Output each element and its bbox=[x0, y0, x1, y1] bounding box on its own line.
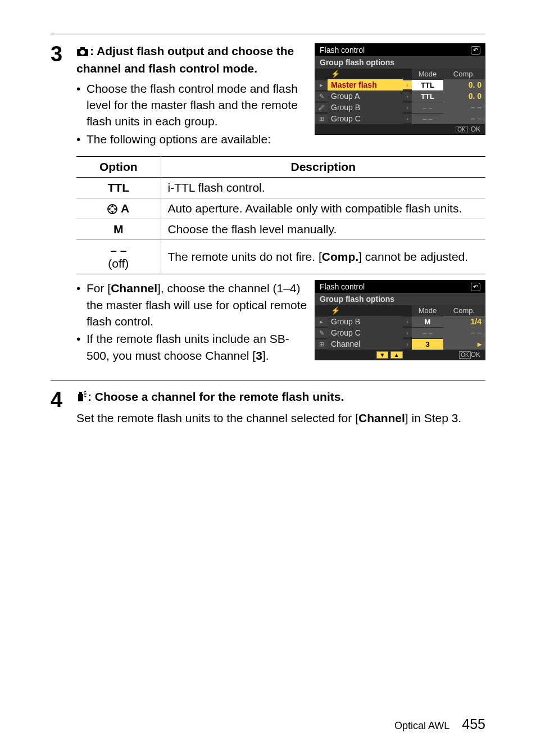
menu2-row-c: ✎ Group C › – – – – bbox=[315, 327, 485, 338]
menu2-ok: OK bbox=[471, 351, 480, 359]
chevron-icon: › bbox=[403, 317, 412, 326]
menu2-footer: ▼ ▲ OKOK bbox=[315, 350, 485, 360]
ok-icon: OK bbox=[456, 126, 467, 133]
step3-container: 3 : Adjust flash output and choose the c… bbox=[51, 43, 485, 152]
menu2-box: Flash control ↶ Group flash options ⚡ Mo… bbox=[315, 280, 485, 360]
aperture-icon bbox=[107, 202, 121, 215]
options-row-off: – – (off) The remote units do not fire. … bbox=[76, 240, 485, 274]
menu2-r2-mode: 3 bbox=[412, 339, 443, 350]
up-icon: ▲ bbox=[390, 351, 403, 359]
menu1-r3-comp: – – bbox=[443, 113, 485, 124]
menu1-r1-comp: 0. 0 bbox=[443, 90, 485, 102]
svg-rect-1 bbox=[80, 47, 85, 49]
menu1-flash-icon: ⚡ bbox=[328, 69, 403, 79]
menu2-row-channel: ⊞ Channel › 3 ▸ bbox=[315, 338, 485, 350]
menu-side-icon: ⊞ bbox=[315, 339, 328, 349]
menu1-footer: OKOK bbox=[315, 124, 485, 134]
menu1-row-master: ▸ Master flash › TTL 0. 0 bbox=[315, 79, 485, 90]
menu2-r2-arrow: ▸ bbox=[443, 338, 485, 350]
step4-heading: : Choose a channel for the remote flash … bbox=[76, 389, 485, 406]
options-header-option: Option bbox=[76, 157, 161, 178]
menu1-box: Flash control ↶ Group flash options ⚡ Mo… bbox=[315, 43, 485, 135]
step3-bullet3: For [Channel], choose the channel (1–4) … bbox=[76, 280, 309, 329]
svg-rect-5 bbox=[79, 392, 82, 395]
b3-pre: For [ bbox=[87, 282, 111, 295]
menu2-col-comp: Comp. bbox=[443, 305, 485, 316]
menu1-side bbox=[315, 69, 328, 79]
step4-number: 4 bbox=[51, 389, 70, 410]
menu2-flash-icon: ⚡ bbox=[328, 305, 403, 316]
menu1-row-c: ⊞ Group C › – – – – bbox=[315, 113, 485, 124]
menu1-ok: OK bbox=[471, 125, 480, 133]
menu1-r1-label: Group A bbox=[328, 90, 403, 102]
menu1-r0-label: Master flash bbox=[328, 79, 403, 90]
menu2-r1-label: Group C bbox=[328, 327, 403, 338]
desc-aa: Auto aperture. Available only with compa… bbox=[161, 198, 485, 219]
menu1-r2-mode: – – bbox=[412, 102, 443, 113]
menu2-r0-label: Group B bbox=[328, 316, 403, 327]
desc-off-bold: Comp. bbox=[322, 250, 358, 263]
step3-number: 3 bbox=[51, 43, 70, 65]
desc-off: The remote units do not fire. [Comp.] ca… bbox=[161, 240, 485, 274]
menu2-r0-mode: M bbox=[412, 316, 443, 327]
chevron-icon: › bbox=[403, 328, 412, 337]
menu1-subtitle: Group flash options bbox=[315, 56, 485, 69]
step3-lower-bullets: For [Channel], choose the channel (1–4) … bbox=[76, 280, 309, 365]
opt-m: M bbox=[76, 219, 161, 240]
menu1-title-row: Flash control ↶ bbox=[315, 44, 485, 56]
rule-step4 bbox=[51, 381, 485, 381]
menu-side-icon: 🖉 bbox=[315, 103, 328, 112]
chevron-icon: › bbox=[403, 339, 412, 348]
options-row-aa: A Auto aperture. Available only with com… bbox=[76, 198, 485, 219]
step4-row: 4 : Choose a channel for the remote flas… bbox=[51, 389, 485, 426]
b4-post: ]. bbox=[262, 349, 269, 362]
menu2-r2-label: Channel bbox=[328, 338, 403, 350]
footer-section: Optical AWL bbox=[394, 720, 449, 732]
menu1-r0-mode: TTL bbox=[412, 80, 443, 90]
opt-aa: A bbox=[76, 198, 161, 219]
menu1-r3-mode: – – bbox=[412, 114, 443, 124]
step3-bullet2: The following options are available: bbox=[76, 131, 309, 147]
back-icon: ↶ bbox=[471, 283, 480, 291]
menu2-header: ⚡ Mode Comp. bbox=[315, 305, 485, 316]
page-footer: Optical AWL 455 bbox=[394, 716, 485, 732]
back-icon: ↶ bbox=[471, 46, 480, 55]
ok-icon: OK bbox=[459, 351, 470, 359]
opt-off-dash: – – bbox=[83, 243, 154, 257]
menu1-header: ⚡ Mode Comp. bbox=[315, 69, 485, 79]
chevron-icon: › bbox=[403, 103, 412, 112]
menu2-r1-mode: – – bbox=[412, 328, 443, 338]
step3-heading: : Adjust flash output and choose the cha… bbox=[76, 43, 309, 77]
menu-screenshot-2: Flash control ↶ Group flash options ⚡ Mo… bbox=[315, 280, 485, 360]
menu-screenshot-1: Flash control ↶ Group flash options ⚡ Mo… bbox=[315, 43, 485, 135]
menu-side-icon: ▸ bbox=[315, 317, 328, 327]
menu2-title: Flash control bbox=[320, 282, 365, 291]
menu1-r0-comp: 0. 0 bbox=[443, 79, 485, 90]
menu1-col-comp: Comp. bbox=[443, 69, 485, 79]
opt-ttl: TTL bbox=[76, 178, 161, 198]
options-header-desc: Description bbox=[161, 157, 485, 178]
menu1-col-mode: Mode bbox=[412, 69, 443, 79]
menu1-row-a: ✎ Group A › TTL 0. 0 bbox=[315, 90, 485, 102]
down-icon: ▼ bbox=[376, 351, 389, 359]
menu1-r3-label: Group C bbox=[328, 113, 403, 124]
step4-text: Set the remote flash units to the channe… bbox=[76, 410, 485, 426]
menu1-r1-mode: TTL bbox=[412, 91, 443, 102]
step3-bullet1: Choose the flash control mode and flash … bbox=[76, 80, 309, 130]
options-table: Option Description TTL i-TTL flash contr… bbox=[76, 156, 485, 274]
menu-side-icon: ✎ bbox=[315, 328, 328, 338]
rule-top bbox=[51, 34, 485, 34]
menu-side-icon: ⊞ bbox=[315, 114, 328, 124]
b3-bold: Channel bbox=[111, 282, 157, 295]
step4-body: : Choose a channel for the remote flash … bbox=[76, 389, 485, 426]
step3-text: 3 : Adjust flash output and choose the c… bbox=[51, 43, 309, 152]
opt-off: – – (off) bbox=[76, 240, 161, 274]
footer-page: 455 bbox=[462, 716, 485, 732]
menu1-title: Flash control bbox=[320, 46, 365, 55]
s4-post: ] in Step 3. bbox=[405, 411, 461, 424]
desc-m: Choose the flash level manually. bbox=[161, 219, 485, 240]
step3-body: : Adjust flash output and choose the cha… bbox=[76, 43, 309, 148]
step3-heading-text: : Adjust flash output and choose the cha… bbox=[76, 44, 294, 75]
options-row-ttl: TTL i-TTL flash control. bbox=[76, 178, 485, 198]
step4-heading-text: : Choose a channel for the remote flash … bbox=[88, 390, 344, 403]
